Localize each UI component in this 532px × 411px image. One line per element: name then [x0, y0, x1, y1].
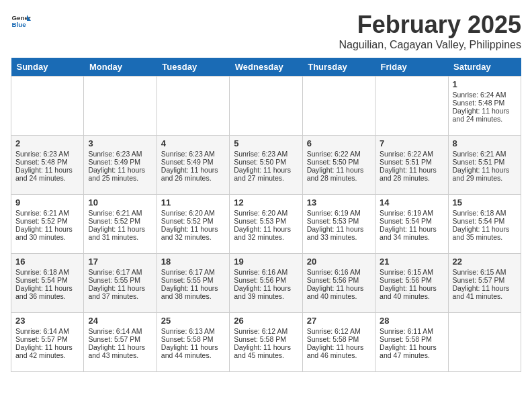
weekday-header-monday: Monday	[84, 58, 157, 77]
day-info: Sunset: 5:48 PM	[15, 158, 79, 166]
day-number: 19	[234, 257, 298, 267]
calendar-cell: 20Sunrise: 6:16 AMSunset: 5:56 PMDayligh…	[302, 254, 375, 313]
day-number: 26	[234, 316, 298, 326]
calendar-cell	[84, 77, 157, 136]
day-info: Daylight: 11 hours and 27 minutes.	[234, 166, 298, 182]
day-number: 9	[15, 197, 79, 208]
calendar-cell: 4Sunrise: 6:23 AMSunset: 5:49 PMDaylight…	[157, 136, 229, 195]
day-number: 1	[453, 79, 517, 89]
day-number: 22	[453, 257, 517, 267]
weekday-header-row: SundayMondayTuesdayWednesdayThursdayFrid…	[11, 58, 521, 77]
day-number: 13	[307, 197, 371, 208]
day-info: Daylight: 11 hours and 42 minutes.	[15, 343, 79, 359]
day-info: Sunset: 5:54 PM	[15, 276, 79, 284]
day-info: Sunset: 5:49 PM	[88, 158, 152, 166]
weekday-header-wednesday: Wednesday	[230, 58, 302, 77]
day-info: Sunrise: 6:15 AM	[380, 268, 443, 276]
day-info: Sunrise: 6:24 AM	[453, 91, 517, 99]
day-info: Sunset: 5:58 PM	[161, 335, 225, 343]
calendar-cell: 26Sunrise: 6:12 AMSunset: 5:58 PMDayligh…	[230, 313, 302, 372]
day-number: 4	[161, 138, 225, 148]
day-number: 11	[161, 197, 225, 208]
day-number: 10	[88, 197, 152, 208]
day-info: Sunrise: 6:14 AM	[88, 327, 152, 335]
day-info: Sunset: 5:57 PM	[15, 335, 79, 343]
calendar-cell	[448, 313, 521, 372]
day-info: Sunset: 5:51 PM	[380, 158, 443, 166]
day-number: 3	[88, 138, 152, 148]
day-info: Sunrise: 6:19 AM	[307, 209, 371, 217]
day-info: Sunset: 5:55 PM	[88, 276, 152, 284]
day-info: Sunset: 5:57 PM	[88, 335, 152, 343]
calendar-cell	[302, 77, 375, 136]
header: General Blue February 2025 Naguilian, Ca…	[11, 11, 521, 51]
day-info: Daylight: 11 hours and 35 minutes.	[453, 225, 517, 241]
calendar-week-row: 16Sunrise: 6:18 AMSunset: 5:54 PMDayligh…	[11, 254, 521, 313]
calendar-cell: 16Sunrise: 6:18 AMSunset: 5:54 PMDayligh…	[11, 254, 84, 313]
weekday-header-thursday: Thursday	[302, 58, 375, 77]
day-number: 6	[307, 138, 371, 148]
day-info: Daylight: 11 hours and 34 minutes.	[380, 225, 443, 241]
day-info: Sunrise: 6:12 AM	[307, 327, 371, 335]
day-info: Sunrise: 6:13 AM	[161, 327, 225, 335]
day-info: Sunrise: 6:18 AM	[453, 209, 517, 217]
day-info: Daylight: 11 hours and 45 minutes.	[234, 343, 298, 359]
day-info: Sunset: 5:51 PM	[453, 158, 517, 166]
day-info: Sunrise: 6:19 AM	[380, 209, 443, 217]
day-info: Sunrise: 6:18 AM	[15, 268, 79, 276]
month-title: February 2025	[339, 11, 521, 39]
day-info: Sunrise: 6:16 AM	[307, 268, 371, 276]
day-number: 27	[307, 316, 371, 326]
svg-text:Blue: Blue	[12, 21, 27, 28]
day-info: Sunrise: 6:17 AM	[161, 268, 225, 276]
calendar-cell: 2Sunrise: 6:23 AMSunset: 5:48 PMDaylight…	[11, 136, 84, 195]
calendar-week-row: 1Sunrise: 6:24 AMSunset: 5:48 PMDaylight…	[11, 77, 521, 136]
day-info: Sunset: 5:53 PM	[234, 217, 298, 225]
day-info: Daylight: 11 hours and 33 minutes.	[307, 225, 371, 241]
day-info: Daylight: 11 hours and 31 minutes.	[88, 225, 152, 241]
day-number: 18	[161, 257, 225, 267]
day-info: Daylight: 11 hours and 28 minutes.	[307, 166, 371, 182]
calendar-cell: 17Sunrise: 6:17 AMSunset: 5:55 PMDayligh…	[84, 254, 157, 313]
day-number: 23	[15, 316, 79, 326]
calendar-cell: 19Sunrise: 6:16 AMSunset: 5:56 PMDayligh…	[230, 254, 302, 313]
day-info: Sunrise: 6:11 AM	[380, 327, 443, 335]
day-info: Daylight: 11 hours and 43 minutes.	[88, 343, 152, 359]
day-info: Sunset: 5:50 PM	[307, 158, 371, 166]
day-info: Sunrise: 6:23 AM	[15, 150, 79, 158]
day-info: Sunrise: 6:22 AM	[380, 150, 443, 158]
calendar-cell: 22Sunrise: 6:15 AMSunset: 5:57 PMDayligh…	[448, 254, 521, 313]
calendar-cell: 9Sunrise: 6:21 AMSunset: 5:52 PMDaylight…	[11, 195, 84, 254]
calendar-cell: 14Sunrise: 6:19 AMSunset: 5:54 PMDayligh…	[375, 195, 448, 254]
day-info: Sunrise: 6:22 AM	[307, 150, 371, 158]
day-info: Daylight: 11 hours and 39 minutes.	[234, 284, 298, 300]
day-info: Sunset: 5:52 PM	[88, 217, 152, 225]
calendar-cell: 12Sunrise: 6:20 AMSunset: 5:53 PMDayligh…	[230, 195, 302, 254]
weekday-header-tuesday: Tuesday	[157, 58, 229, 77]
day-number: 8	[453, 138, 517, 148]
day-info: Sunrise: 6:21 AM	[88, 209, 152, 217]
calendar-cell: 8Sunrise: 6:21 AMSunset: 5:51 PMDaylight…	[448, 136, 521, 195]
day-info: Sunset: 5:48 PM	[453, 99, 517, 107]
day-number: 17	[88, 257, 152, 267]
day-info: Sunrise: 6:23 AM	[234, 150, 298, 158]
calendar-cell: 18Sunrise: 6:17 AMSunset: 5:55 PMDayligh…	[157, 254, 229, 313]
calendar-cell	[230, 77, 302, 136]
day-info: Sunset: 5:58 PM	[307, 335, 371, 343]
day-number: 2	[15, 138, 79, 148]
day-info: Sunrise: 6:12 AM	[234, 327, 298, 335]
day-info: Daylight: 11 hours and 36 minutes.	[15, 284, 79, 300]
day-info: Sunset: 5:54 PM	[453, 217, 517, 225]
day-info: Sunset: 5:56 PM	[307, 276, 371, 284]
day-info: Sunrise: 6:14 AM	[15, 327, 79, 335]
weekday-header-saturday: Saturday	[448, 58, 521, 77]
day-info: Sunset: 5:56 PM	[234, 276, 298, 284]
day-info: Sunrise: 6:21 AM	[15, 209, 79, 217]
calendar-cell: 11Sunrise: 6:20 AMSunset: 5:52 PMDayligh…	[157, 195, 229, 254]
calendar-cell: 25Sunrise: 6:13 AMSunset: 5:58 PMDayligh…	[157, 313, 229, 372]
calendar-cell	[11, 77, 84, 136]
day-info: Daylight: 11 hours and 32 minutes.	[161, 225, 225, 241]
day-info: Daylight: 11 hours and 41 minutes.	[453, 284, 517, 300]
day-info: Sunrise: 6:20 AM	[234, 209, 298, 217]
calendar-cell: 15Sunrise: 6:18 AMSunset: 5:54 PMDayligh…	[448, 195, 521, 254]
